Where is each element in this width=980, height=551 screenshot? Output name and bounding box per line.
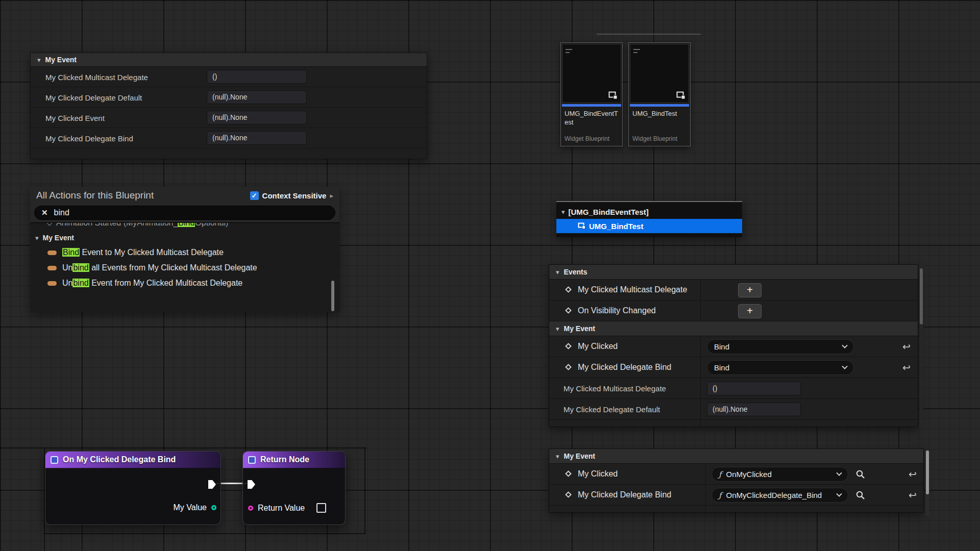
- node-header[interactable]: On My Clicked Delegate Bind: [45, 452, 220, 468]
- reset-to-default-icon[interactable]: ↩: [909, 489, 917, 500]
- property-value-field[interactable]: (null).None: [207, 90, 307, 104]
- context-sensitive-checkbox[interactable]: ✓: [250, 191, 259, 200]
- search-bar[interactable]: ✕ bind: [34, 206, 335, 220]
- expand-arrow-icon[interactable]: ▸: [330, 192, 333, 199]
- property-label: My Clicked: [578, 342, 618, 351]
- add-event-button[interactable]: +: [738, 304, 762, 318]
- action-item-bind-event[interactable]: Bind Event to My Clicked Multicast Deleg…: [30, 245, 339, 260]
- event-dispatcher-icon: [565, 307, 572, 314]
- event-dispatcher-icon: [565, 364, 572, 370]
- scrollbar-thumb[interactable]: [926, 450, 929, 494]
- delegate-icon: [47, 251, 57, 255]
- column-divider: [705, 464, 706, 512]
- actions-menu-title: All Actions for this Blueprint: [36, 190, 154, 201]
- return-value-checkbox[interactable]: [316, 503, 326, 513]
- event-dispatcher-icon: [565, 470, 572, 477]
- collapse-arrow-icon[interactable]: ▾: [556, 325, 559, 333]
- asset-type-label: Widget Blueprint: [632, 135, 677, 142]
- node-return-node[interactable]: Return Node Return Value: [242, 451, 346, 525]
- collapse-arrow-icon[interactable]: ▾: [35, 234, 39, 242]
- function-dropdown[interactable]: ƒ OnMyClickedDelegate_Bind: [712, 488, 848, 503]
- reset-to-default-icon[interactable]: ↩: [909, 468, 917, 480]
- property-value-field[interactable]: (null).None: [207, 131, 307, 145]
- property-label: My Clicked Delegate Bind: [45, 134, 133, 142]
- collapse-arrow-icon[interactable]: ▾: [561, 208, 565, 216]
- clear-search-icon[interactable]: ✕: [41, 208, 48, 217]
- scrollbar-track[interactable]: [919, 264, 923, 427]
- graph-guide-line: [0, 447, 366, 448]
- asset-name: UMG_BindTest: [629, 107, 690, 118]
- asset-type-label: Widget Blueprint: [565, 135, 609, 142]
- category-header-my-event[interactable]: ▾ My Event: [549, 449, 923, 464]
- property-label: My Clicked Delegate Default: [564, 405, 660, 414]
- chevron-down-icon: [842, 363, 847, 369]
- category-header-my-event[interactable]: ▾ My Event: [549, 321, 918, 336]
- property-value-field[interactable]: (null).None: [207, 111, 307, 124]
- event-row: On Visibility Changed +: [549, 300, 918, 321]
- bind-row: My Clicked Delegate Bind Bind ↩: [549, 357, 918, 378]
- panel-edge-line: [597, 34, 701, 35]
- reset-to-default-icon[interactable]: ↩: [902, 341, 911, 352]
- exec-input-pin[interactable]: [248, 480, 255, 489]
- event-node-icon: [51, 456, 58, 464]
- context-sensitive-label: Context Sensitive: [262, 191, 327, 200]
- event-label: My Clicked Multicast Delegate: [578, 285, 687, 294]
- multicast-delegate-icon: [565, 286, 572, 293]
- pin-label: Return Value: [258, 504, 305, 513]
- my-value-output-pin[interactable]: [211, 505, 216, 510]
- action-item-label: Unbind Event from My Clicked Multicast D…: [62, 279, 242, 288]
- asset-tile-umg-bindtest[interactable]: UMG_BindTest Widget Blueprint: [628, 42, 691, 146]
- browse-to-function-icon[interactable]: [855, 469, 865, 479]
- action-item-label: Bind Event to My Clicked Multicast Deleg…: [62, 248, 224, 257]
- collapse-arrow-icon[interactable]: ▾: [556, 268, 559, 276]
- exec-output-pin[interactable]: [208, 480, 216, 489]
- hierarchy-panel: ▾ [UMG_BindEventTest] UMG_BindTest: [556, 201, 742, 237]
- property-row: My Clicked Delegate Default (null).None: [31, 87, 427, 108]
- function-dropdown[interactable]: ƒ OnMyClicked: [712, 467, 848, 482]
- hierarchy-root-item[interactable]: ▾ [UMG_BindEventTest]: [556, 205, 742, 219]
- property-label: My Clicked Event: [45, 113, 105, 122]
- event-icon: [46, 223, 52, 226]
- action-item-unbind-event[interactable]: Unbind Event from My Clicked Multicast D…: [30, 276, 339, 291]
- output-pin-row: My Value: [173, 503, 216, 512]
- actions-menu-header: All Actions for this Blueprint ✓ Context…: [30, 187, 339, 204]
- pin-label: My Value: [173, 503, 207, 512]
- property-value-field[interactable]: (): [207, 70, 307, 84]
- function-bind-row: My Clicked ƒ OnMyClicked ↩: [549, 464, 923, 485]
- bind-dropdown[interactable]: Bind: [707, 339, 854, 354]
- bind-dropdown[interactable]: Bind: [707, 360, 854, 375]
- category-label: My Event: [564, 452, 595, 460]
- hierarchy-item-selected[interactable]: UMG_BindTest: [556, 219, 742, 233]
- action-item-label: Unbind all Events from My Clicked Multic…: [62, 263, 257, 272]
- scrollbar-thumb[interactable]: [920, 268, 923, 324]
- clipped-action-item[interactable]: Animation Started (MyAnimation_BindOptio…: [30, 223, 339, 231]
- property-value-field[interactable]: (): [707, 382, 801, 395]
- return-value-input-pin[interactable]: [248, 506, 253, 511]
- category-label: My Event: [564, 324, 595, 333]
- event-dispatcher-icon: [565, 343, 572, 349]
- return-node-icon: [248, 456, 256, 464]
- category-header-my-event[interactable]: ▾ My Event: [31, 53, 427, 67]
- blueprint-actions-menu: All Actions for this Blueprint ✓ Context…: [30, 187, 339, 312]
- scrollbar-thumb[interactable]: [331, 281, 334, 311]
- scrollbar-track[interactable]: [925, 449, 929, 516]
- add-event-button[interactable]: +: [738, 283, 762, 297]
- node-on-my-clicked-delegate-bind[interactable]: On My Clicked Delegate Bind My Value: [45, 451, 221, 525]
- collapse-arrow-icon[interactable]: ▾: [556, 453, 559, 460]
- property-row: My Clicked Delegate Bind (null).None: [31, 128, 427, 148]
- node-header[interactable]: Return Node: [243, 452, 345, 468]
- actions-category-my-event[interactable]: ▾ My Event: [30, 231, 339, 245]
- reset-to-default-icon[interactable]: ↩: [902, 362, 911, 373]
- action-item-unbind-all[interactable]: Unbind all Events from My Clicked Multic…: [30, 260, 339, 276]
- asset-tile-umg-bindeventtest[interactable]: UMG_BindEventTest Widget Blueprint: [560, 42, 623, 146]
- category-header-events[interactable]: ▾ Events: [549, 265, 918, 280]
- asset-thumbnail[interactable]: [562, 44, 621, 103]
- collapse-arrow-icon[interactable]: ▾: [37, 56, 41, 64]
- bind-row: My Clicked Bind ↩: [549, 336, 918, 357]
- details-panel-function-bindings: ▾ My Event My Clicked ƒ OnMyClicked ↩ My…: [549, 448, 924, 513]
- search-input[interactable]: bind: [54, 208, 69, 217]
- asset-thumbnail[interactable]: [630, 44, 689, 103]
- property-value-field[interactable]: (null).None: [707, 403, 801, 416]
- graph-guide-line: [44, 533, 365, 534]
- browse-to-function-icon[interactable]: [855, 490, 865, 500]
